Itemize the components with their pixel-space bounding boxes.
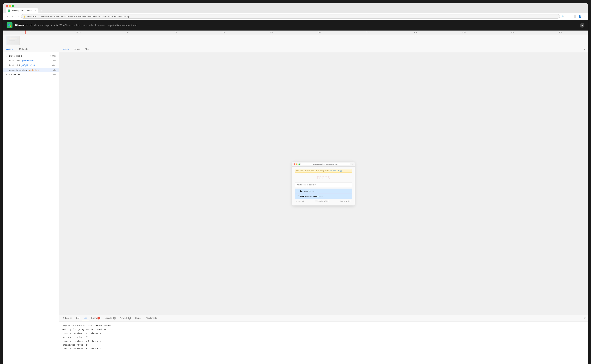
close-button[interactable] bbox=[6, 5, 8, 7]
pw-header: 🎭 Playwright demo-todo-app.spec.ts:298 ›… bbox=[3, 20, 588, 31]
locator-icon: ⊙ bbox=[63, 317, 64, 319]
extension-icon[interactable]: ⬜ bbox=[574, 15, 576, 18]
timeline-ruler: 0 500ms 1.0s 1.5s 2.0s 2.5s 3.0s 3.5s 4.… bbox=[3, 31, 588, 34]
todo-footer: 2 items left All Active Completed Clear … bbox=[295, 199, 352, 203]
todo-error-banner: This is just a demo of TodoMVC for testi… bbox=[295, 169, 352, 172]
screenshot-body: This is just a demo of TodoMVC for testi… bbox=[292, 167, 355, 205]
actions-list: ▶ Before Hooks 389ms locator.check getBy… bbox=[3, 52, 59, 364]
tab-metadata[interactable]: Metadata bbox=[16, 46, 31, 52]
theme-toggle[interactable]: ◑ bbox=[580, 23, 584, 28]
ss-close bbox=[294, 163, 295, 165]
tab-errors-label: Errors bbox=[91, 317, 97, 319]
svg-rect-1 bbox=[9, 39, 14, 39]
timeline-preview[interactable] bbox=[3, 34, 588, 46]
zoom-icon[interactable]: 🔍 bbox=[562, 15, 564, 18]
reload-button[interactable]: ↻ bbox=[16, 15, 19, 18]
timeline-mark-5s: 5.0s bbox=[488, 32, 536, 33]
profile-icon[interactable]: 👤 bbox=[578, 15, 581, 18]
action-time: 5.0s bbox=[53, 69, 56, 71]
action-method: locator.click bbox=[9, 64, 20, 66]
maximize-button[interactable] bbox=[12, 5, 14, 7]
after-hooks-group[interactable]: ▶ After Hooks 0ms bbox=[3, 72, 59, 77]
tab-actions[interactable]: Actions bbox=[3, 46, 16, 52]
todo-checkbox-2 bbox=[297, 195, 299, 197]
action-method: locator.check bbox=[9, 59, 22, 62]
todo-input[interactable] bbox=[295, 182, 352, 187]
bottom-tabs: ⊙ Locator Call Log Errors 1 bbox=[59, 315, 588, 321]
tab-errors[interactable]: Errors 1 bbox=[89, 315, 102, 321]
minimize-button[interactable] bbox=[9, 5, 11, 7]
timeline-mark-0: 0 bbox=[7, 32, 55, 33]
new-tab-button[interactable]: + bbox=[39, 9, 44, 13]
url-text: localhost:9323/trace/index.html?trace=ht… bbox=[27, 15, 129, 18]
todo-item-2: book a doctors appointment bbox=[295, 194, 352, 199]
tab-locator[interactable]: ⊙ Locator bbox=[61, 315, 74, 321]
ss-minimize bbox=[296, 163, 298, 165]
browser-window: ▶ Playwright Trace Viewer × + ← → ↻ 🔒 lo… bbox=[3, 3, 588, 364]
tab-before[interactable]: Before bbox=[72, 46, 82, 52]
log-entry-6: unexpected value "2" bbox=[62, 343, 584, 347]
timeline-mark-500ms: 500ms bbox=[55, 32, 103, 33]
tab-console[interactable]: Console 1 bbox=[103, 315, 118, 321]
group-duration: 0ms bbox=[53, 73, 56, 76]
log-entry-4: unexpected value "2" bbox=[62, 335, 584, 339]
panel-toggle-button[interactable]: ⊡ bbox=[584, 317, 586, 319]
address-bar: ← → ↻ 🔒 localhost:9323/trace/index.html?… bbox=[3, 13, 588, 20]
tab-network-label: Network bbox=[120, 317, 127, 319]
log-entry-7: locator resolved to 2 elements bbox=[62, 347, 584, 351]
expand-icon: ▶ bbox=[6, 55, 8, 57]
expand-panel-button[interactable]: ⤢ bbox=[584, 48, 586, 51]
active-tab[interactable]: ▶ Playwright Trace Viewer × bbox=[6, 8, 39, 13]
errors-badge: 1 bbox=[97, 317, 100, 319]
group-duration: 389ms bbox=[50, 55, 56, 57]
tab-close-button[interactable]: × bbox=[35, 10, 36, 12]
group-label: Before Hooks bbox=[9, 55, 22, 57]
action-item-expect[interactable]: expect.toHaveCount getByTe... 5.0s bbox=[3, 68, 59, 72]
network-badge: 6 bbox=[128, 317, 131, 319]
console-badge: 1 bbox=[113, 317, 116, 319]
action-item-check[interactable]: locator.check getByTestId('t... 20ms bbox=[3, 58, 59, 63]
share-icon[interactable]: ↑ bbox=[566, 15, 568, 18]
todo-clear: Clear completed bbox=[339, 200, 350, 202]
svg-rect-0 bbox=[9, 38, 17, 39]
lock-icon: 🔒 bbox=[23, 15, 26, 18]
tab-network[interactable]: Network 6 bbox=[118, 315, 133, 321]
action-time: 20ms bbox=[52, 59, 56, 62]
thumb-inner bbox=[7, 36, 20, 45]
action-method: expect.toHaveCount bbox=[9, 69, 29, 71]
menu-icon[interactable]: ⋮ bbox=[583, 15, 585, 18]
tab-call[interactable]: Call bbox=[74, 315, 81, 321]
tab-source[interactable]: Source bbox=[133, 315, 143, 321]
timeline-mark-2-5s: 2.5s bbox=[247, 32, 295, 33]
before-hooks-group[interactable]: ▶ Before Hooks 389ms bbox=[3, 54, 59, 58]
log-entry-3: locator resolved to 2 elements bbox=[62, 332, 584, 335]
timeline-thumbnail bbox=[7, 36, 20, 45]
tab-source-label: Source bbox=[135, 317, 141, 319]
app-content: 🎭 Playwright demo-todo-app.spec.ts:298 ›… bbox=[3, 20, 588, 364]
url-box[interactable]: 🔒 localhost:9323/trace/index.html?trace=… bbox=[21, 14, 560, 19]
back-button[interactable]: ← bbox=[6, 15, 9, 18]
screenshot-area: https://demo.playwright.dev/todomvc/# ✕ … bbox=[59, 52, 588, 315]
tab-attachments[interactable]: Attachments bbox=[144, 315, 159, 321]
tab-action[interactable]: Action bbox=[61, 46, 72, 52]
expand-icon: ▶ bbox=[6, 74, 8, 76]
title-bar: ▶ Playwright Trace Viewer × + bbox=[3, 3, 588, 13]
sidebar: Actions Metadata ▶ Before Hooks 389ms lo… bbox=[3, 46, 59, 364]
timeline-mark-1s: 1.0s bbox=[103, 32, 151, 33]
forward-button[interactable]: → bbox=[11, 15, 14, 18]
bottom-panel: ⊙ Locator Call Log Errors 1 bbox=[59, 315, 588, 364]
timeline-mark-3-5s: 3.5s bbox=[344, 32, 392, 33]
timeline-mark-3s: 3.0s bbox=[295, 32, 344, 33]
tab-after[interactable]: After bbox=[82, 46, 92, 52]
screenshot-frame: https://demo.playwright.dev/todomvc/# ✕ … bbox=[292, 162, 355, 205]
error-link: real TodoMVC app. bbox=[330, 170, 342, 172]
playwright-logo: 🎭 bbox=[7, 22, 13, 28]
tab-favicon: ▶ bbox=[8, 10, 10, 12]
tab-log[interactable]: Log bbox=[82, 315, 89, 321]
bookmark-icon[interactable]: ☆ bbox=[570, 15, 572, 18]
address-actions: 🔍 ↑ ☆ ⬜ 👤 ⋮ bbox=[562, 15, 585, 18]
app-name: Playwright bbox=[15, 23, 32, 27]
tab-call-label: Call bbox=[76, 317, 80, 319]
log-entry-5: locator resolved to 2 elements bbox=[62, 339, 584, 343]
action-item-click[interactable]: locator.click getByRole('but... 66ms bbox=[3, 63, 59, 68]
